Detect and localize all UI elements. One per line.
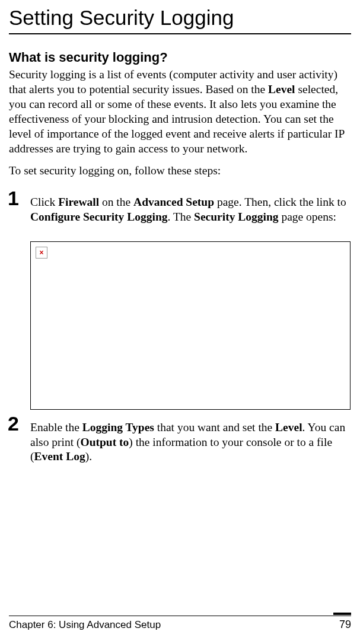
s2-b4: Event Log: [34, 450, 85, 463]
intro-bold-level: Level: [268, 83, 295, 95]
s2-t2: that you want and set the: [154, 421, 275, 433]
s2-t5: ).: [85, 450, 92, 463]
s2-b3: Output to: [80, 436, 129, 448]
page-footer: Chapter 6: Using Advanced Setup 79: [9, 616, 351, 631]
section-heading: What is security logging?: [9, 50, 351, 65]
s1-b4: Security Logging: [194, 211, 278, 223]
s1-b2: Advanced Setup: [133, 196, 214, 208]
step-2: 2 Enable the Logging Types that you want…: [9, 420, 351, 465]
step-2-text: Enable the Logging Types that you want a…: [30, 420, 351, 465]
footer-page-number: 79: [339, 619, 351, 631]
footer-accent-bar: [333, 613, 351, 615]
s2-b1: Logging Types: [82, 421, 154, 433]
step-2-number: 2: [8, 412, 19, 435]
s1-t1: Click: [30, 196, 58, 208]
s1-t4: . The: [167, 211, 194, 223]
page-title: Setting Security Logging: [9, 6, 351, 34]
intro-paragraph: Security logging is a list of events (co…: [9, 68, 351, 157]
s1-b3: Configure Security Logging: [30, 211, 167, 223]
s2-b2: Level: [275, 421, 302, 433]
s2-t1: Enable the: [30, 421, 82, 433]
s1-b1: Firewall: [58, 196, 99, 208]
step-1-number: 1: [8, 187, 19, 210]
s1-t2: on the: [99, 196, 133, 208]
screenshot-placeholder: ×: [30, 241, 351, 410]
footer-chapter: Chapter 6: Using Advanced Setup: [9, 619, 161, 631]
s1-t3: page. Then, click the link to: [214, 196, 346, 208]
step-1: 1 Click Firewall on the Advanced Setup p…: [9, 195, 351, 225]
s1-t5: page opens:: [279, 211, 336, 223]
lead-in: To set security logging on, follow these…: [9, 164, 351, 178]
broken-image-icon: ×: [36, 247, 47, 259]
step-1-text: Click Firewall on the Advanced Setup pag…: [30, 195, 351, 225]
